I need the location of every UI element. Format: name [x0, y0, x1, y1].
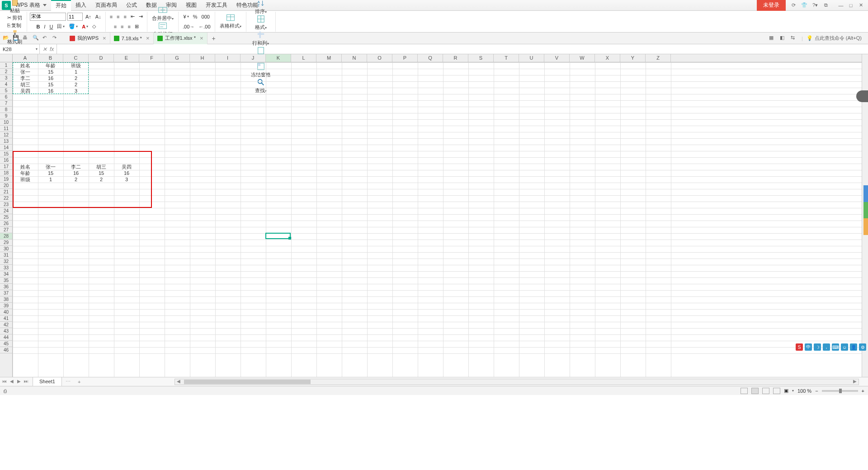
col-header-F[interactable]: F — [139, 54, 165, 62]
cell-E18[interactable]: 16 — [114, 170, 139, 176]
merge-split-button[interactable]: ⊞ — [133, 23, 140, 30]
cell-A18[interactable]: 年龄 — [13, 170, 38, 176]
zoom-slider[interactable] — [822, 390, 858, 392]
doc-tab-1[interactable]: 7.18.xls *× — [110, 33, 154, 44]
col-header-R[interactable]: R — [443, 54, 468, 62]
cells-viewport[interactable]: 姓名年龄班级张一151李二162胡三152吴四163姓名年龄班级张一151李二1… — [13, 62, 862, 377]
row-header-1[interactable]: 1 — [0, 62, 12, 69]
col-header-W[interactable]: W — [570, 54, 595, 62]
row-header-32[interactable]: 32 — [0, 258, 12, 265]
col-header-I[interactable]: I — [215, 54, 241, 62]
row-header-36[interactable]: 36 — [0, 284, 12, 290]
row-header-12[interactable]: 12 — [0, 132, 12, 138]
scrollbar-thumb[interactable] — [184, 380, 311, 384]
cut-button[interactable]: ✂剪切 — [6, 14, 24, 22]
ime-moon-icon[interactable]: ☽ — [814, 343, 821, 351]
print-preview-icon[interactable]: 🔍 — [33, 35, 40, 42]
col-header-B[interactable]: B — [38, 54, 63, 62]
cell-C4[interactable]: 2 — [63, 81, 89, 88]
row-header-2[interactable]: 2 — [0, 69, 12, 75]
row-header-21[interactable]: 21 — [0, 189, 12, 195]
row-header-28[interactable]: 28 — [0, 233, 12, 240]
align-middle-button[interactable]: ≡ — [115, 14, 121, 20]
cancel-formula-button[interactable]: ✕ — [42, 46, 47, 52]
side-color-strip[interactable] — [863, 185, 868, 235]
row-header-29[interactable]: 29 — [0, 240, 12, 246]
doc-tab-0[interactable]: 我的WPS× — [66, 33, 110, 44]
cell-B18[interactable]: 15 — [38, 170, 63, 176]
sheet-tab-sheet1[interactable]: Sheet1 — [33, 377, 62, 386]
increase-font-button[interactable]: A↑ — [84, 14, 93, 20]
col-header-G[interactable]: G — [165, 54, 190, 62]
view-page-button[interactable] — [762, 388, 769, 394]
align-right-button[interactable]: ≡ — [127, 24, 132, 30]
add-sheet-button[interactable]: + — [74, 379, 84, 385]
ime-face-icon[interactable]: ☺ — [841, 343, 848, 351]
close-tab-icon[interactable]: × — [101, 35, 106, 42]
row-header-18[interactable]: 18 — [0, 170, 12, 176]
row-header-27[interactable]: 27 — [0, 227, 12, 233]
row-header-10[interactable]: 10 — [0, 119, 12, 126]
menu-tab-3[interactable]: 公式 — [122, 0, 142, 11]
spreadsheet-grid[interactable]: ABCDEFGHIJKLMNOPQRSTUVWXYZ 1234567891011… — [0, 54, 868, 377]
merge-center-button[interactable]: 合并居中▾ — [150, 6, 175, 22]
menu-tab-0[interactable]: 开始 — [51, 0, 71, 11]
cell-A1[interactable]: 姓名 — [13, 62, 38, 69]
paste-button[interactable]: 粘贴 — [8, 0, 22, 14]
name-box[interactable]: K28▾ — [0, 44, 40, 54]
row-header-37[interactable]: 37 — [0, 290, 12, 296]
font-family-select[interactable] — [30, 13, 66, 21]
qa-icon-1[interactable]: ▦ — [769, 35, 776, 42]
app-menu-dropdown[interactable] — [43, 4, 47, 6]
row-header-8[interactable]: 8 — [0, 107, 12, 113]
cell-A4[interactable]: 胡三 — [13, 81, 38, 88]
formula-input[interactable] — [57, 44, 868, 54]
row-header-4[interactable]: 4 — [0, 81, 12, 88]
cell-B1[interactable]: 年龄 — [38, 62, 63, 69]
new-tab-button[interactable]: + — [208, 35, 220, 42]
col-header-M[interactable]: M — [316, 54, 342, 62]
row-header-41[interactable]: 41 — [0, 315, 12, 322]
cell-D19[interactable]: 2 — [89, 176, 114, 183]
ime-punct-icon[interactable]: ， — [823, 343, 830, 351]
cell-A17[interactable]: 姓名 — [13, 164, 38, 170]
close-tab-icon[interactable]: × — [198, 35, 203, 42]
login-button[interactable]: 未登录 — [757, 0, 786, 11]
cell-D18[interactable]: 15 — [89, 170, 114, 176]
save-icon[interactable]: 💾 — [13, 35, 20, 42]
cell-E19[interactable]: 3 — [114, 176, 139, 183]
copy-button[interactable]: ⎘复制 — [6, 22, 24, 29]
cell-C5[interactable]: 3 — [63, 88, 89, 94]
cell-C3[interactable]: 2 — [63, 75, 89, 81]
comma-button[interactable]: 000 — [200, 14, 211, 20]
row-header-26[interactable]: 26 — [0, 221, 12, 227]
skin-icon[interactable]: 👕 — [801, 2, 807, 9]
view-extra-icon[interactable]: ▣ — [784, 388, 788, 394]
cell-B2[interactable]: 15 — [38, 69, 63, 75]
maximize-button[interactable]: □ — [847, 2, 854, 9]
col-header-S[interactable]: S — [468, 54, 494, 62]
col-header-K[interactable]: K — [266, 54, 291, 62]
qa-icon-2[interactable]: ◧ — [780, 35, 787, 42]
command-search[interactable]: 💡 点此查找命令 (Alt+Q) — [807, 35, 862, 42]
zoom-label[interactable]: 100 % — [797, 388, 811, 394]
cell-C19[interactable]: 2 — [63, 176, 89, 183]
col-header-H[interactable]: H — [190, 54, 215, 62]
decrease-decimal-button[interactable]: ←.00 — [197, 24, 212, 30]
row-header-19[interactable]: 19 — [0, 176, 12, 183]
sheet-options-button[interactable]: ⋯ — [62, 379, 74, 385]
row-header-17[interactable]: 17 — [0, 164, 12, 170]
row-header-14[interactable]: 14 — [0, 145, 12, 151]
row-header-25[interactable]: 25 — [0, 214, 12, 221]
col-header-P[interactable]: P — [392, 54, 418, 62]
insert-function-button[interactable]: fx — [50, 46, 54, 52]
col-header-J[interactable]: J — [241, 54, 266, 62]
cell-B5[interactable]: 16 — [38, 88, 63, 94]
col-header-L[interactable]: L — [291, 54, 316, 62]
row-header-44[interactable]: 44 — [0, 334, 12, 341]
row-header-45[interactable]: 45 — [0, 341, 12, 347]
cell-C18[interactable]: 16 — [63, 170, 89, 176]
sheet-next-button[interactable]: ▶ — [16, 379, 22, 385]
col-header-Z[interactable]: Z — [646, 54, 671, 62]
help-icon[interactable]: ?▾ — [812, 2, 818, 9]
